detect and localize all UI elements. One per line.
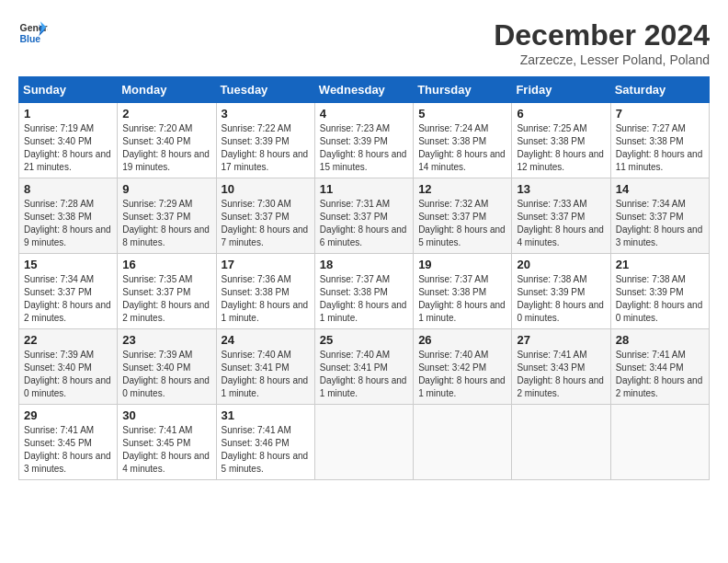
day-info: Sunrise: 7:27 AMSunset: 3:38 PMDaylight:… <box>616 122 704 174</box>
day-info: Sunrise: 7:39 AMSunset: 3:40 PMDaylight:… <box>122 349 210 400</box>
day-info: Sunrise: 7:41 AMSunset: 3:45 PMDaylight:… <box>24 424 112 476</box>
day-info: Sunrise: 7:32 AMSunset: 3:37 PMDaylight:… <box>418 198 506 249</box>
calendar-week-row: 29Sunrise: 7:41 AMSunset: 3:45 PMDayligh… <box>19 405 710 480</box>
calendar-cell: 8Sunrise: 7:28 AMSunset: 3:38 PMDaylight… <box>19 178 118 254</box>
day-number: 7 <box>616 107 704 121</box>
day-info: Sunrise: 7:31 AMSunset: 3:37 PMDaylight:… <box>320 198 408 249</box>
day-number: 14 <box>616 182 704 196</box>
calendar-cell: 28Sunrise: 7:41 AMSunset: 3:44 PMDayligh… <box>610 329 709 405</box>
calendar-cell: 31Sunrise: 7:41 AMSunset: 3:46 PMDayligh… <box>216 405 314 480</box>
calendar-cell: 24Sunrise: 7:40 AMSunset: 3:41 PMDayligh… <box>216 329 314 405</box>
day-number: 30 <box>122 408 210 422</box>
day-number: 31 <box>222 408 310 422</box>
calendar-cell: 17Sunrise: 7:36 AMSunset: 3:38 PMDayligh… <box>216 254 314 329</box>
day-number: 8 <box>24 182 112 196</box>
day-number: 6 <box>517 107 605 121</box>
calendar-cell: 25Sunrise: 7:40 AMSunset: 3:41 PMDayligh… <box>314 329 413 405</box>
calendar-week-row: 1Sunrise: 7:19 AMSunset: 3:40 PMDaylight… <box>19 103 710 178</box>
day-number: 13 <box>517 182 605 196</box>
day-info: Sunrise: 7:23 AMSunset: 3:39 PMDaylight:… <box>320 122 408 174</box>
day-number: 27 <box>517 333 605 347</box>
day-number: 22 <box>24 333 112 347</box>
day-info: Sunrise: 7:38 AMSunset: 3:39 PMDaylight:… <box>517 273 605 325</box>
day-info: Sunrise: 7:19 AMSunset: 3:40 PMDaylight:… <box>24 122 112 174</box>
day-number: 24 <box>222 333 310 347</box>
day-number: 5 <box>418 107 506 121</box>
day-number: 11 <box>320 182 408 196</box>
calendar-cell <box>512 405 610 480</box>
calendar-cell: 13Sunrise: 7:33 AMSunset: 3:37 PMDayligh… <box>512 178 610 254</box>
calendar-cell: 27Sunrise: 7:41 AMSunset: 3:43 PMDayligh… <box>512 329 610 405</box>
calendar-table: SundayMondayTuesdayWednesdayThursdayFrid… <box>18 76 710 480</box>
day-info: Sunrise: 7:29 AMSunset: 3:37 PMDaylight:… <box>122 198 210 249</box>
calendar-cell: 19Sunrise: 7:37 AMSunset: 3:38 PMDayligh… <box>414 254 512 329</box>
day-of-week-header: Sunday <box>19 77 118 103</box>
calendar-cell: 3Sunrise: 7:22 AMSunset: 3:39 PMDaylight… <box>216 103 314 178</box>
day-number: 15 <box>24 258 112 271</box>
day-number: 10 <box>222 182 310 196</box>
calendar-cell <box>314 405 413 480</box>
day-info: Sunrise: 7:40 AMSunset: 3:42 PMDaylight:… <box>418 349 506 400</box>
day-info: Sunrise: 7:40 AMSunset: 3:41 PMDaylight:… <box>222 349 310 400</box>
title-block: December 2024 Zarzecze, Lesser Poland, P… <box>494 18 710 67</box>
day-of-week-header: Tuesday <box>216 77 314 103</box>
calendar-cell: 30Sunrise: 7:41 AMSunset: 3:45 PMDayligh… <box>118 405 216 480</box>
day-number: 12 <box>418 182 506 196</box>
day-info: Sunrise: 7:41 AMSunset: 3:45 PMDaylight:… <box>122 424 210 476</box>
logo: General Blue <box>18 18 48 48</box>
day-info: Sunrise: 7:20 AMSunset: 3:40 PMDaylight:… <box>122 122 210 174</box>
calendar-week-row: 8Sunrise: 7:28 AMSunset: 3:38 PMDaylight… <box>19 178 710 254</box>
day-number: 26 <box>418 333 506 347</box>
day-info: Sunrise: 7:39 AMSunset: 3:40 PMDaylight:… <box>24 349 112 400</box>
calendar-cell: 23Sunrise: 7:39 AMSunset: 3:40 PMDayligh… <box>118 329 216 405</box>
day-of-week-header: Wednesday <box>314 77 413 103</box>
day-number: 4 <box>320 107 408 121</box>
calendar-cell: 11Sunrise: 7:31 AMSunset: 3:37 PMDayligh… <box>314 178 413 254</box>
page-header: General Blue December 2024 Zarzecze, Les… <box>18 18 710 67</box>
month-title: December 2024 <box>494 18 710 52</box>
day-of-week-header: Monday <box>118 77 216 103</box>
day-info: Sunrise: 7:40 AMSunset: 3:41 PMDaylight:… <box>320 349 408 400</box>
day-info: Sunrise: 7:22 AMSunset: 3:39 PMDaylight:… <box>222 122 310 174</box>
day-info: Sunrise: 7:41 AMSunset: 3:46 PMDaylight:… <box>222 424 310 476</box>
calendar-cell: 1Sunrise: 7:19 AMSunset: 3:40 PMDaylight… <box>19 103 118 178</box>
day-info: Sunrise: 7:36 AMSunset: 3:38 PMDaylight:… <box>222 273 310 325</box>
calendar-header-row: SundayMondayTuesdayWednesdayThursdayFrid… <box>19 77 710 103</box>
calendar-cell: 20Sunrise: 7:38 AMSunset: 3:39 PMDayligh… <box>512 254 610 329</box>
day-number: 2 <box>122 107 210 121</box>
day-number: 23 <box>122 333 210 347</box>
calendar-cell: 5Sunrise: 7:24 AMSunset: 3:38 PMDaylight… <box>414 103 512 178</box>
day-info: Sunrise: 7:37 AMSunset: 3:38 PMDaylight:… <box>418 273 506 325</box>
day-number: 1 <box>24 107 112 121</box>
day-info: Sunrise: 7:34 AMSunset: 3:37 PMDaylight:… <box>616 198 704 249</box>
calendar-cell: 9Sunrise: 7:29 AMSunset: 3:37 PMDaylight… <box>118 178 216 254</box>
day-info: Sunrise: 7:34 AMSunset: 3:37 PMDaylight:… <box>24 273 112 325</box>
day-of-week-header: Friday <box>512 77 610 103</box>
calendar-cell: 6Sunrise: 7:25 AMSunset: 3:38 PMDaylight… <box>512 103 610 178</box>
day-number: 25 <box>320 333 408 347</box>
location-subtitle: Zarzecze, Lesser Poland, Poland <box>494 52 710 67</box>
day-info: Sunrise: 7:30 AMSunset: 3:37 PMDaylight:… <box>222 198 310 249</box>
calendar-cell: 21Sunrise: 7:38 AMSunset: 3:39 PMDayligh… <box>610 254 709 329</box>
calendar-week-row: 15Sunrise: 7:34 AMSunset: 3:37 PMDayligh… <box>19 254 710 329</box>
calendar-cell: 4Sunrise: 7:23 AMSunset: 3:39 PMDaylight… <box>314 103 413 178</box>
calendar-cell: 16Sunrise: 7:35 AMSunset: 3:37 PMDayligh… <box>118 254 216 329</box>
day-info: Sunrise: 7:41 AMSunset: 3:43 PMDaylight:… <box>517 349 605 400</box>
day-info: Sunrise: 7:38 AMSunset: 3:39 PMDaylight:… <box>616 273 704 325</box>
day-number: 28 <box>616 333 704 347</box>
day-number: 21 <box>616 258 704 271</box>
day-number: 18 <box>320 258 408 271</box>
day-of-week-header: Saturday <box>610 77 709 103</box>
calendar-cell: 26Sunrise: 7:40 AMSunset: 3:42 PMDayligh… <box>414 329 512 405</box>
day-number: 9 <box>122 182 210 196</box>
calendar-cell: 22Sunrise: 7:39 AMSunset: 3:40 PMDayligh… <box>19 329 118 405</box>
day-info: Sunrise: 7:28 AMSunset: 3:38 PMDaylight:… <box>24 198 112 249</box>
day-info: Sunrise: 7:25 AMSunset: 3:38 PMDaylight:… <box>517 122 605 174</box>
calendar-cell: 10Sunrise: 7:30 AMSunset: 3:37 PMDayligh… <box>216 178 314 254</box>
day-number: 19 <box>418 258 506 271</box>
day-info: Sunrise: 7:33 AMSunset: 3:37 PMDaylight:… <box>517 198 605 249</box>
calendar-cell: 2Sunrise: 7:20 AMSunset: 3:40 PMDaylight… <box>118 103 216 178</box>
svg-text:Blue: Blue <box>20 34 41 44</box>
day-number: 16 <box>122 258 210 271</box>
calendar-cell: 14Sunrise: 7:34 AMSunset: 3:37 PMDayligh… <box>610 178 709 254</box>
